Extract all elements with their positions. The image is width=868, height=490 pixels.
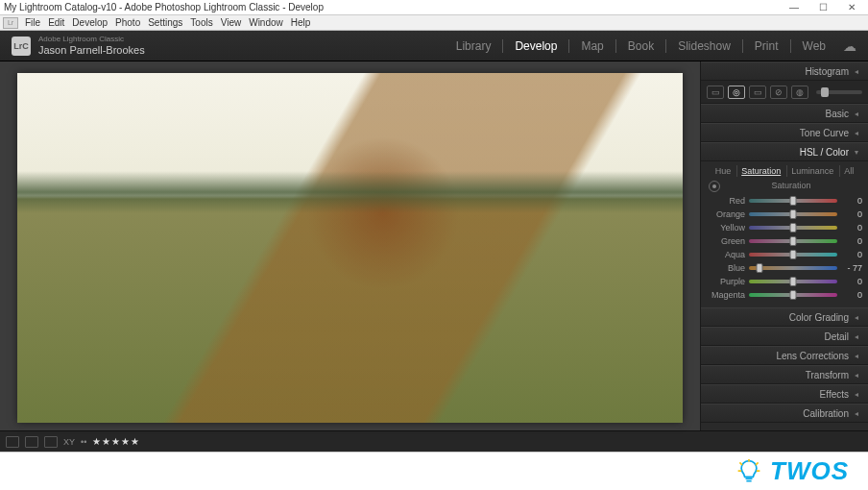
module-sep bbox=[502, 39, 503, 53]
panel-effects[interactable]: Effects ◂ bbox=[701, 384, 868, 404]
os-title-bar: My Lightroom Catalog-v10 - Adobe Photosh… bbox=[0, 0, 868, 15]
loupe-view[interactable] bbox=[0, 61, 700, 430]
hsl-tab-hue[interactable]: Hue bbox=[711, 165, 735, 177]
slider-knob-icon[interactable] bbox=[821, 87, 829, 97]
chevron-left-icon: ◂ bbox=[855, 129, 860, 137]
panel-histogram[interactable]: Histogram ◂ bbox=[701, 61, 868, 81]
slider-knob-icon[interactable] bbox=[790, 209, 797, 219]
menu-tools[interactable]: Tools bbox=[186, 17, 216, 28]
panel-label: Lens Corrections bbox=[776, 351, 849, 361]
saturation-slider-blue[interactable]: Blue- 77 bbox=[707, 261, 862, 275]
loupe-view-button[interactable] bbox=[6, 436, 19, 448]
slider-value[interactable]: 0 bbox=[841, 209, 862, 219]
photo-preview[interactable] bbox=[17, 73, 683, 424]
chevron-left-icon: ◂ bbox=[855, 352, 860, 360]
panel-basic[interactable]: Basic ◂ bbox=[701, 104, 868, 123]
chevron-left-icon: ◂ bbox=[855, 332, 860, 341]
compare-button[interactable] bbox=[44, 436, 58, 448]
chevron-left-icon: ◂ bbox=[855, 110, 860, 118]
panel-color-grading[interactable]: Color Grading ◂ bbox=[701, 307, 868, 327]
masking-tool-icon[interactable]: ⊘ bbox=[770, 86, 787, 99]
panel-calibration[interactable]: Calibration ◂ bbox=[701, 404, 868, 423]
cloud-sync-icon[interactable]: ☁ bbox=[843, 38, 856, 54]
slider-track[interactable] bbox=[749, 293, 837, 297]
slider-label: Aqua bbox=[707, 250, 745, 259]
toolbar-dots[interactable]: •• bbox=[81, 437, 86, 447]
module-web[interactable]: Web bbox=[797, 37, 832, 55]
menu-window[interactable]: Window bbox=[245, 17, 287, 28]
window-maximize-button[interactable]: ☐ bbox=[808, 2, 837, 12]
module-slideshow[interactable]: Slideshow bbox=[672, 37, 736, 55]
menu-bar: Lr File Edit Develop Photo Settings Tool… bbox=[0, 15, 868, 31]
menu-view[interactable]: View bbox=[217, 17, 246, 28]
saturation-slider-purple[interactable]: Purple0 bbox=[707, 275, 862, 288]
tool-size-slider[interactable] bbox=[816, 90, 862, 94]
window-minimize-button[interactable]: — bbox=[780, 2, 808, 12]
slider-knob-icon[interactable] bbox=[757, 263, 763, 273]
spot-removal-tool-icon[interactable]: ◎ bbox=[728, 86, 745, 99]
hsl-sub-label: Saturation bbox=[720, 181, 862, 190]
before-after-button[interactable] bbox=[25, 436, 38, 448]
slider-track[interactable] bbox=[749, 199, 837, 203]
saturation-slider-red[interactable]: Red0 bbox=[707, 194, 862, 208]
menu-settings[interactable]: Settings bbox=[144, 17, 186, 28]
menu-help[interactable]: Help bbox=[287, 17, 315, 28]
saturation-slider-yellow[interactable]: Yellow0 bbox=[707, 221, 862, 234]
panel-transform[interactable]: Transform ◂ bbox=[701, 365, 868, 384]
menu-photo[interactable]: Photo bbox=[111, 17, 144, 28]
saturation-slider-magenta[interactable]: Magenta0 bbox=[707, 288, 862, 302]
chevron-left-icon: ◂ bbox=[855, 313, 860, 322]
brush-tool-icon[interactable]: ◍ bbox=[791, 86, 808, 99]
module-sep bbox=[742, 39, 743, 53]
panel-label: Basic bbox=[826, 109, 849, 119]
saturation-slider-aqua[interactable]: Aqua0 bbox=[707, 248, 862, 261]
module-map[interactable]: Map bbox=[575, 37, 609, 55]
menu-file[interactable]: File bbox=[21, 17, 44, 28]
redeye-tool-icon[interactable]: ▭ bbox=[749, 86, 766, 99]
slider-value[interactable]: 0 bbox=[841, 236, 862, 246]
saturation-slider-green[interactable]: Green0 bbox=[707, 234, 862, 248]
saturation-slider-orange[interactable]: Orange0 bbox=[707, 208, 862, 221]
slider-value[interactable]: 0 bbox=[841, 223, 862, 233]
toolbar-xy-label[interactable]: XY bbox=[63, 437, 75, 447]
panel-lens-corrections[interactable]: Lens Corrections ◂ bbox=[701, 346, 868, 365]
hsl-tab-luminance[interactable]: Luminance bbox=[786, 165, 837, 177]
module-develop[interactable]: Develop bbox=[509, 37, 563, 55]
slider-knob-icon[interactable] bbox=[790, 277, 797, 286]
targeted-adjustment-tool-icon[interactable] bbox=[709, 181, 720, 192]
slider-value[interactable]: 0 bbox=[841, 196, 862, 206]
rating-stars[interactable]: ★★★★★ bbox=[92, 436, 140, 447]
panel-hsl-color[interactable]: HSL / Color ▾ bbox=[701, 142, 868, 161]
crop-tool-icon[interactable]: ▭ bbox=[707, 86, 724, 99]
slider-value[interactable]: 0 bbox=[841, 290, 862, 300]
slider-value[interactable]: 0 bbox=[841, 277, 862, 286]
lightroom-logo-icon: LrC bbox=[12, 37, 31, 56]
menu-develop[interactable]: Develop bbox=[68, 17, 111, 28]
slider-track[interactable] bbox=[749, 266, 837, 270]
slider-track[interactable] bbox=[749, 253, 837, 257]
hsl-tab-saturation[interactable]: Saturation bbox=[736, 165, 784, 177]
module-print[interactable]: Print bbox=[749, 37, 784, 55]
slider-track[interactable] bbox=[749, 226, 837, 230]
slider-track[interactable] bbox=[749, 239, 837, 243]
slider-knob-icon[interactable] bbox=[790, 223, 797, 233]
slider-knob-icon[interactable] bbox=[790, 290, 797, 300]
slider-value[interactable]: - 77 bbox=[841, 263, 862, 273]
window-close-button[interactable]: ✕ bbox=[837, 2, 866, 12]
module-library[interactable]: Library bbox=[450, 37, 497, 55]
menu-edit[interactable]: Edit bbox=[44, 17, 68, 28]
panel-label: Detail bbox=[824, 331, 849, 342]
hsl-tab-all[interactable]: All bbox=[839, 165, 857, 177]
panel-label: HSL / Color bbox=[800, 147, 849, 158]
panel-tone-curve[interactable]: Tone Curve ◂ bbox=[701, 123, 868, 142]
slider-knob-icon[interactable] bbox=[790, 196, 797, 206]
slider-knob-icon[interactable] bbox=[790, 250, 797, 259]
slider-value[interactable]: 0 bbox=[841, 250, 862, 259]
slider-track[interactable] bbox=[749, 212, 837, 216]
panel-detail[interactable]: Detail ◂ bbox=[701, 327, 868, 346]
identity-plate[interactable]: Jason Parnell-Brookes bbox=[38, 44, 145, 56]
module-book[interactable]: Book bbox=[622, 37, 660, 55]
slider-label: Orange bbox=[707, 209, 745, 219]
slider-track[interactable] bbox=[749, 280, 837, 283]
slider-knob-icon[interactable] bbox=[790, 236, 797, 246]
